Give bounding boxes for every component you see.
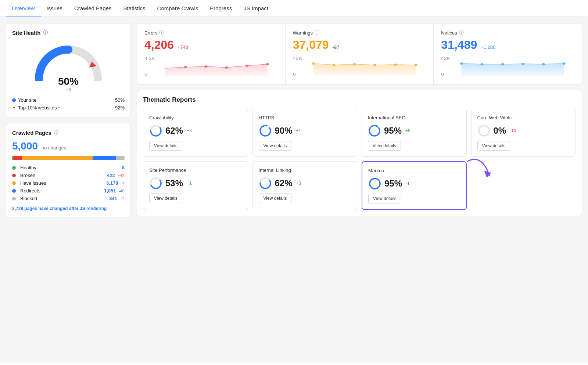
https-name: HTTPS [259, 115, 351, 120]
report-markup: Markup 95% -1 View details [362, 161, 467, 210]
nav-issues[interactable]: Issues [41, 0, 68, 17]
svg-point-12 [312, 62, 315, 65]
top-navigation: Overview Issues Crawled Pages Statistics… [0, 0, 588, 17]
warnings-info-icon[interactable]: ⓘ [315, 29, 319, 36]
notices-info-icon[interactable]: ⓘ [459, 29, 464, 36]
svg-point-15 [373, 64, 376, 66]
svg-marker-20 [462, 64, 564, 76]
notices-value: 31,489 [441, 38, 477, 51]
sidebar: Site Health ⓘ 50% +6 [6, 23, 131, 357]
internal-linking-view-details[interactable]: View details [259, 194, 292, 203]
cwv-view-details[interactable]: View details [477, 141, 510, 151]
notices-label: Notices ⓘ [441, 29, 574, 36]
report-https: HTTPS 90% +1 View details [252, 109, 358, 157]
svg-marker-3 [165, 64, 268, 76]
report-site-performance: Site Performance 53% +1 View details [143, 161, 248, 210]
notices-metric: Notices ⓘ 31,489 +1,280 [434, 24, 582, 84]
svg-point-7 [245, 65, 248, 67]
cwv-metric: 0% -10 [477, 124, 570, 137]
svg-text:42K: 42K [441, 57, 450, 61]
errors-value: 4,206 [144, 38, 174, 51]
crawled-pages-info-icon[interactable]: ⓘ [54, 129, 58, 136]
markup-view-details[interactable]: View details [368, 194, 401, 203]
arrow-annotation-area [471, 161, 576, 210]
gauge-percent: 50% [58, 76, 79, 87]
your-site-dot [12, 98, 16, 102]
stat-have-issues: Have issues 3,178 -4 [12, 179, 125, 187]
site-perf-metric: 53% +1 [149, 177, 242, 190]
https-view-details[interactable]: View details [259, 141, 292, 151]
report-core-web-vitals: Core Web Vitals 0% -10 View details [471, 109, 576, 157]
svg-text:4.2K: 4.2K [144, 57, 155, 61]
nav-compare-crawls[interactable]: Compare Crawls [151, 0, 204, 17]
changed-pages-text: 2,729 pages have changed after JS render… [12, 206, 125, 211]
intl-seo-view-details[interactable]: View details [368, 141, 401, 151]
svg-text:0: 0 [144, 72, 147, 77]
crawled-pages-card: Crawled Pages ⓘ 5,000 no changes Healthy [6, 123, 131, 217]
svg-point-22 [481, 63, 484, 65]
warnings-delta: -97 [332, 44, 339, 50]
nav-overview[interactable]: Overview [6, 0, 41, 17]
svg-marker-11 [313, 64, 416, 76]
https-metric: 90% +1 [259, 124, 351, 137]
right-main: Errors ⓘ 4,206 +748 4 [137, 23, 582, 357]
top10-legend: ▼ Top-10% websites ▾ 92% [12, 104, 125, 112]
healthy-dot [12, 166, 16, 170]
intl-seo-name: International SEO [368, 115, 460, 120]
crawlability-view-details[interactable]: View details [149, 141, 182, 151]
site-perf-view-details[interactable]: View details [149, 194, 182, 203]
seg-blocked [116, 156, 125, 160]
errors-info-icon[interactable]: ⓘ [159, 29, 164, 36]
thematic-reports-title: Thematic Reports [143, 96, 576, 104]
site-perf-ring [149, 177, 162, 190]
notices-delta: +1,280 [481, 44, 495, 50]
site-health-card: Site Health ⓘ 50% +6 [6, 23, 131, 118]
nav-crawled-pages[interactable]: Crawled Pages [68, 0, 118, 17]
internal-linking-metric: 62% +3 [259, 177, 351, 190]
internal-linking-name: Internal Linking [259, 167, 351, 173]
svg-point-21 [460, 62, 463, 65]
errors-sparkline: 4.2K 0 [144, 55, 278, 79]
svg-point-39 [370, 178, 380, 189]
seg-broken [13, 156, 22, 160]
svg-text:0: 0 [293, 72, 296, 77]
nav-progress[interactable]: Progress [204, 0, 238, 17]
site-health-title: Site Health ⓘ [12, 29, 125, 36]
report-international-seo: International SEO 95% +9 View details [362, 109, 467, 157]
svg-point-26 [563, 62, 566, 65]
gauge-center: 50% +6 [58, 76, 79, 93]
crawlability-metric: 62% +3 [149, 124, 242, 137]
metrics-row: Errors ⓘ 4,206 +748 4 [137, 23, 582, 85]
nav-statistics[interactable]: Statistics [118, 0, 151, 17]
seg-issues [22, 156, 93, 160]
svg-point-33 [479, 126, 489, 136]
crawlability-name: Crawlability [149, 115, 242, 120]
crawled-count: 5,000 [12, 140, 38, 152]
notices-sparkline: 42K 0 [441, 55, 574, 79]
cwv-ring [477, 124, 491, 137]
curved-arrow-svg [460, 154, 504, 198]
broken-dot [12, 174, 16, 177]
seg-redirects [93, 156, 116, 160]
top10-chevron[interactable]: ▾ [58, 105, 60, 110]
warnings-value: 37,079 [293, 38, 329, 51]
intl-seo-metric: 95% +9 [368, 124, 460, 137]
svg-point-14 [353, 63, 356, 65]
svg-point-4 [184, 66, 187, 68]
gauge-container: 50% +6 [12, 40, 125, 93]
site-health-info-icon[interactable]: ⓘ [43, 29, 48, 36]
issues-dot [12, 181, 16, 185]
thematic-row-2: Site Performance 53% +1 View details Int… [143, 161, 576, 210]
blocked-dot [12, 197, 16, 200]
internal-linking-ring [259, 177, 272, 190]
markup-metric: 95% -1 [368, 177, 460, 190]
https-ring [259, 124, 272, 137]
svg-point-23 [501, 63, 504, 65]
warnings-metric: Warnings ⓘ 37,079 -97 [286, 24, 434, 84]
svg-point-6 [225, 66, 228, 69]
nav-js-impact[interactable]: JS Impact [238, 0, 274, 17]
top10-triangle-icon: ▼ [12, 106, 16, 110]
svg-text:42K: 42K [293, 57, 302, 61]
svg-point-16 [394, 64, 397, 66]
stat-broken: Broken 422 +48 [12, 171, 125, 179]
